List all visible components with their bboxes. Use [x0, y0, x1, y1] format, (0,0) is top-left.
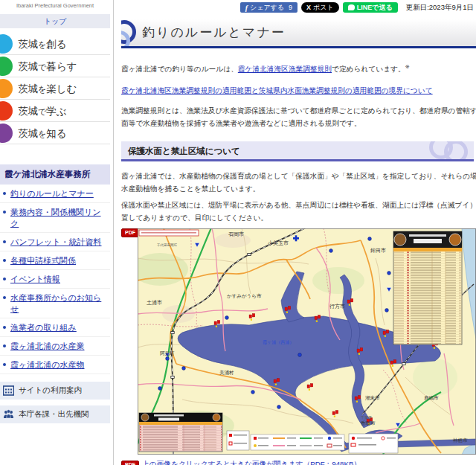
- sidebar-top-link[interactable]: トップ: [0, 14, 110, 28]
- global-menu-item-1[interactable]: 茨城で暮らす: [0, 55, 110, 77]
- map-legend-strip: [251, 434, 344, 450]
- office-menu-title: 霞ケ浦北浦水産事務所: [0, 164, 110, 185]
- office-menu-item-7: 霞ヶ浦北浦の水産業: [0, 337, 110, 356]
- map-caption: PDF 上の画像をクリックすると大きな画像が開きます（PDF：948KB）: [121, 460, 476, 465]
- menu-circle-icon: [0, 34, 13, 54]
- sidebar: Ibaraki Prefectural Government トップ 茨城を創る…: [0, 0, 110, 429]
- office-menu: 釣りのルールとマナー業務内容・関係機関リンクパンフレット・統計資料各種申請様式関…: [0, 185, 110, 374]
- facebook-share-count: 9: [289, 4, 292, 11]
- map-label: 香取市: [361, 420, 376, 426]
- line-icon: [348, 4, 355, 10]
- main-content: f シェアする 9 X ポスト LINEで送る 更新日:2023年9月1日 釣り…: [121, 0, 476, 465]
- map-label: 鉾田市: [370, 247, 386, 254]
- share-bar: f シェアする 9 X ポスト LINEで送る 更新日:2023年9月1日: [121, 0, 475, 14]
- map-label: 神栖市: [453, 437, 468, 443]
- facebook-share-label: シェアする: [250, 3, 284, 13]
- map-label: 霞ヶ浦（西浦）: [263, 339, 294, 345]
- line-share-button[interactable]: LINEで送る: [343, 2, 398, 13]
- office-menu-item-8: 霞ヶ浦北浦の水産物: [0, 356, 110, 374]
- offices-label: 本庁各課・出先機関: [19, 409, 89, 420]
- map-label: 土浦市: [147, 299, 162, 306]
- intro-text-post: で定められています。: [332, 65, 405, 73]
- office-menu-item-4: イベント情報: [0, 270, 110, 289]
- menu-circle-icon: [0, 57, 13, 76]
- map-image: 石岡市小美玉市鉾田市かすみがうら市行方市土浦市阿見町美浦村潮来市鹿嶋市千葉県香取…: [138, 228, 476, 455]
- section-header: 保護水面と禁止区域について: [121, 141, 474, 161]
- map-label: 潮来市: [365, 395, 380, 401]
- map-label: 阿見町: [160, 350, 175, 356]
- logo-subtitle: Ibaraki Prefectural Government: [16, 2, 94, 9]
- map-mini-legend-b: [349, 434, 398, 453]
- office-menu-item-1: 業務内容・関係機関リンク: [0, 203, 110, 233]
- global-menu-item-0[interactable]: 茨城を創る: [0, 33, 110, 55]
- office-menu-item-2: パンフレット・統計資料: [0, 233, 110, 251]
- offices-button[interactable]: 本庁各課・出先機関: [0, 405, 110, 423]
- pdf-badge: PDF: [121, 228, 139, 237]
- x-post-button[interactable]: X ポスト: [301, 2, 339, 13]
- map-shop-table: [393, 231, 462, 344]
- site-guide-label: サイトの利用案内: [19, 385, 82, 396]
- global-menu-item-4[interactable]: 茨城を知る: [0, 122, 110, 144]
- map-note-box: [139, 230, 199, 236]
- x-post-label: ポスト: [313, 3, 334, 13]
- boundary-paragraph: 霞ケ浦北浦海区漁業調整規則の適用範囲と茨城県内水面漁業調整規則の適用範囲の境界に…: [121, 85, 476, 97]
- office-menu-link-8[interactable]: 霞ヶ浦北浦の水産物: [10, 360, 85, 369]
- office-menu-link-5[interactable]: 水産事務所からのお知らせ: [10, 293, 101, 313]
- marker-paragraph: 保護水面や禁止区域には、堤防平場に表示がある他、基点周辺には標柱や看板、湖面上に…: [121, 199, 476, 224]
- page-title: 釣りのルールとマナー: [142, 25, 476, 41]
- section-title: 保護水面と禁止区域について: [128, 147, 240, 155]
- office-menu-item-3: 各種申請様式関係: [0, 251, 110, 270]
- menu-circle-icon: [0, 79, 13, 98]
- map-label: 石岡市: [228, 231, 244, 237]
- menu-circle-icon: [0, 124, 13, 143]
- intro-paragraph: 霞ヶ浦北浦での釣り等のルールは、霞ケ浦北浦海区漁業調整規則で定められています。※: [121, 61, 476, 76]
- map-list-table: [139, 413, 222, 452]
- office-menu-link-6[interactable]: 漁業者の取り組み: [10, 323, 77, 332]
- office-menu-item-6: 漁業者の取り組み: [0, 318, 110, 337]
- site-logo[interactable]: Ibaraki Prefectural Government: [0, 0, 110, 9]
- map-label: かすみがうら市: [227, 293, 262, 299]
- office-menu-link-2[interactable]: パンフレット・統計資料: [10, 237, 102, 246]
- note-mark: ※: [405, 64, 410, 69]
- utility-menu: サイトの利用案内 本庁各課・出先機関: [0, 382, 110, 423]
- menu-circle-icon: [0, 101, 13, 121]
- regulation-link[interactable]: 霞ケ浦北浦海区漁業調整規則: [238, 65, 332, 73]
- office-menu-link-4[interactable]: イベント情報: [10, 275, 60, 283]
- site-guide-icon: [3, 385, 14, 396]
- updated-date: 更新日:2023年9月1日: [406, 3, 474, 13]
- protection-paragraph: 霞ヶ浦北浦では、水産動植物の保護育成の場として「保護水面」や「禁止区域」を指定し…: [121, 170, 476, 195]
- protection-area-map[interactable]: 石岡市小美玉市鉾田市かすみがうら市行方市土浦市阿見町美浦村潮来市鹿嶋市千葉県香取…: [138, 228, 476, 455]
- intro-text: 霞ヶ浦北浦での釣り等のルールは、: [121, 65, 238, 73]
- office-menu-link-1[interactable]: 業務内容・関係機関リンク: [10, 208, 101, 228]
- site-guide-button[interactable]: サイトの利用案内: [0, 382, 110, 400]
- regulation-description: 漁業調整規則とは、漁業法及び水産資源保護法に基づいて都道府県ごとに定められており…: [121, 105, 476, 129]
- office-menu-link-7[interactable]: 霞ヶ浦北浦の水産業: [10, 341, 85, 350]
- map-label: 小美玉市: [268, 240, 289, 246]
- pdf-badge-caption: PDF: [121, 461, 139, 465]
- map-label: 千代田石岡IC: [157, 243, 178, 247]
- line-share-label: LINEで送る: [357, 3, 393, 13]
- global-menu: 茨城を創る 茨城で暮らす 茨城を楽しむ 茨城で学ぶ 茨城を知る: [0, 33, 110, 144]
- office-menu-link-3[interactable]: 各種申請様式関係: [10, 256, 76, 265]
- x-icon: X: [306, 4, 311, 11]
- facebook-share-button[interactable]: f シェアする 9: [240, 2, 298, 13]
- map-label: 美浦村: [219, 370, 234, 376]
- offices-icon: [3, 409, 14, 420]
- column-divider: [113, 0, 114, 465]
- section-decoration-circle-2: [444, 141, 468, 161]
- global-menu-item-2[interactable]: 茨城を楽しむ: [0, 77, 110, 100]
- office-menu-item-0: 釣りのルールとマナー: [0, 185, 110, 203]
- facebook-icon: f: [245, 4, 248, 12]
- pdf-download-link[interactable]: 上の画像をクリックすると大きな画像が開きます（PDF：948KB）: [142, 460, 361, 465]
- map-mini-legend-a: [227, 431, 249, 450]
- map-label: 行方市: [329, 303, 345, 310]
- map-section: PDF: [121, 228, 476, 456]
- map-label: 鹿嶋市: [424, 395, 439, 401]
- map-label: 千葉県: [361, 415, 372, 420]
- office-menu-item-5: 水産事務所からのお知らせ: [0, 289, 110, 318]
- boundary-link[interactable]: 霞ケ浦北浦海区漁業調整規則の適用範囲と茨城県内水面漁業調整規則の適用範囲の境界に…: [121, 86, 433, 94]
- page-title-bar: 釣りのルールとマナー: [121, 19, 476, 48]
- office-menu-link-0[interactable]: 釣りのルールとマナー: [10, 189, 94, 198]
- global-menu-item-3[interactable]: 茨城で学ぶ: [0, 100, 110, 122]
